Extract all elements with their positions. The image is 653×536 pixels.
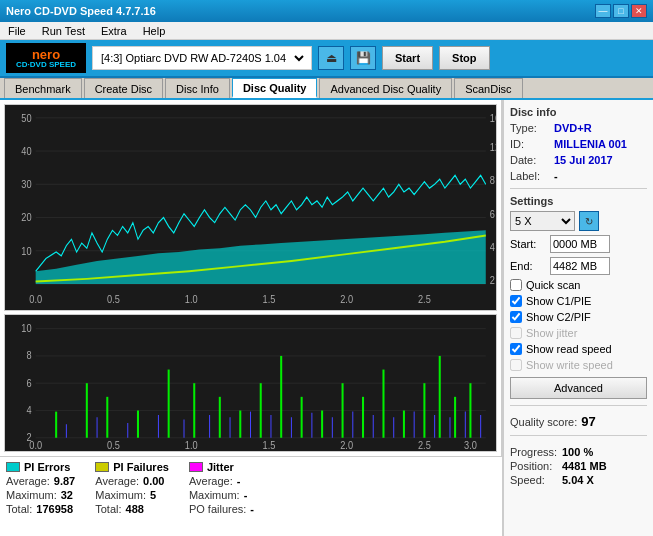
show-c2pif-label: Show C2/PIF	[526, 311, 591, 323]
tab-disc-info[interactable]: Disc Info	[165, 78, 230, 98]
svg-text:40: 40	[21, 145, 31, 157]
pi-errors-legend: PI Errors Average: 9.87 Maximum: 32 Tota…	[6, 461, 75, 532]
tab-benchmark[interactable]: Benchmark	[4, 78, 82, 98]
svg-text:2.5: 2.5	[418, 293, 431, 305]
maximize-button[interactable]: □	[613, 4, 629, 18]
svg-text:6: 6	[26, 377, 31, 389]
svg-text:16: 16	[490, 112, 496, 124]
start-label: Start:	[510, 238, 546, 250]
show-c1pie-label: Show C1/PIE	[526, 295, 591, 307]
po-failures-value: -	[250, 503, 254, 515]
end-input[interactable]	[550, 257, 610, 275]
show-read-speed-checkbox[interactable]	[510, 343, 522, 355]
start-input[interactable]	[550, 235, 610, 253]
svg-text:8: 8	[490, 174, 495, 186]
start-button[interactable]: Start	[382, 46, 433, 70]
divider-3	[510, 435, 647, 436]
svg-text:10: 10	[21, 245, 31, 257]
svg-text:0.5: 0.5	[107, 439, 120, 451]
date-value: 15 Jul 2017	[554, 154, 613, 166]
position-row: Position: 4481 MB	[510, 460, 647, 472]
end-row: End:	[510, 257, 647, 275]
jitter-legend: Jitter Average: - Maximum: - PO failures…	[189, 461, 254, 532]
drive-select-input[interactable]: [4:3] Optiarc DVD RW AD-7240S 1.04	[97, 51, 307, 65]
menu-run-test[interactable]: Run Test	[38, 24, 89, 38]
chart-area: 50 40 30 20 10 16 12 8 6 4 2 0.0 0.5 1.0	[0, 100, 502, 456]
speed-value: 5.04 X	[562, 474, 594, 486]
minimize-button[interactable]: —	[595, 4, 611, 18]
menu-file[interactable]: File	[4, 24, 30, 38]
pi-errors-max-value: 32	[61, 489, 73, 501]
type-label: Type:	[510, 122, 552, 134]
tab-create-disc[interactable]: Create Disc	[84, 78, 163, 98]
speed-row: 5 X ↻	[510, 211, 647, 231]
quality-row: Quality score: 97	[510, 414, 647, 429]
disc-id-row: ID: MILLENIA 001	[510, 138, 647, 150]
show-c1pie-checkbox[interactable]	[510, 295, 522, 307]
svg-text:0.5: 0.5	[107, 293, 120, 305]
pi-failures-title: PI Failures	[113, 461, 169, 473]
svg-text:3.0: 3.0	[464, 439, 477, 451]
svg-text:1.5: 1.5	[263, 293, 276, 305]
jitter-avg-label: Average:	[189, 475, 233, 487]
close-button[interactable]: ✕	[631, 4, 647, 18]
progress-section: Progress: 100 % Position: 4481 MB Speed:…	[510, 446, 647, 486]
svg-text:2: 2	[490, 274, 495, 286]
show-c1pie-row: Show C1/PIE	[510, 295, 647, 307]
menu-help[interactable]: Help	[139, 24, 170, 38]
eject-button[interactable]: ⏏	[318, 46, 344, 70]
nero-logo-text: nero	[32, 48, 60, 61]
pi-failures-max-label: Maximum:	[95, 489, 146, 501]
stop-button[interactable]: Stop	[439, 46, 489, 70]
svg-text:1.5: 1.5	[263, 439, 276, 451]
speed-select[interactable]: 5 X	[510, 211, 575, 231]
progress-row: Progress: 100 %	[510, 446, 647, 458]
svg-text:0.0: 0.0	[29, 439, 42, 451]
show-write-speed-row: Show write speed	[510, 359, 647, 371]
settings-title: Settings	[510, 195, 647, 207]
show-c2pif-row: Show C2/PIF	[510, 311, 647, 323]
refresh-button[interactable]: ↻	[579, 211, 599, 231]
bottom-chart: 10 8 6 4 2 0.0 0.5 1.0 1.5 2.0 2.5 3.0	[4, 314, 497, 452]
svg-text:6: 6	[490, 208, 495, 220]
id-value: MILLENIA 001	[554, 138, 627, 150]
advanced-button[interactable]: Advanced	[510, 377, 647, 399]
pi-errors-avg-label: Average:	[6, 475, 50, 487]
svg-text:4: 4	[26, 404, 32, 416]
top-chart: 50 40 30 20 10 16 12 8 6 4 2 0.0 0.5 1.0	[4, 104, 497, 311]
show-c2pif-checkbox[interactable]	[510, 311, 522, 323]
jitter-avg-value: -	[237, 475, 241, 487]
jitter-color	[189, 462, 203, 472]
disc-date-row: Date: 15 Jul 2017	[510, 154, 647, 166]
menu-extra[interactable]: Extra	[97, 24, 131, 38]
disc-info-title: Disc info	[510, 106, 647, 118]
menu-bar: File Run Test Extra Help	[0, 22, 653, 40]
pi-failures-avg-label: Average:	[95, 475, 139, 487]
window-controls: — □ ✕	[595, 4, 647, 18]
toolbar: nero CD·DVD SPEED [4:3] Optiarc DVD RW A…	[0, 40, 653, 78]
svg-text:0.0: 0.0	[29, 293, 42, 305]
svg-text:2.0: 2.0	[340, 439, 353, 451]
pi-errors-total-label: Total:	[6, 503, 32, 515]
jitter-max-label: Maximum:	[189, 489, 240, 501]
jitter-max-value: -	[244, 489, 248, 501]
start-row: Start:	[510, 235, 647, 253]
tab-disc-quality[interactable]: Disc Quality	[232, 78, 318, 98]
quick-scan-row: Quick scan	[510, 279, 647, 291]
tab-scan-disc[interactable]: ScanDisc	[454, 78, 522, 98]
disc-label-row: Label: -	[510, 170, 647, 182]
drive-dropdown[interactable]: [4:3] Optiarc DVD RW AD-7240S 1.04	[92, 46, 312, 70]
progress-value: 100 %	[562, 446, 593, 458]
svg-text:8: 8	[26, 349, 31, 361]
title-bar: Nero CD-DVD Speed 4.7.7.16 — □ ✕	[0, 0, 653, 22]
window-title: Nero CD-DVD Speed 4.7.7.16	[6, 5, 156, 17]
nero-logo: nero CD·DVD SPEED	[6, 43, 86, 73]
show-write-speed-checkbox[interactable]	[510, 359, 522, 371]
quick-scan-checkbox[interactable]	[510, 279, 522, 291]
pi-errors-title: PI Errors	[24, 461, 70, 473]
svg-text:10: 10	[21, 322, 32, 334]
quick-scan-label: Quick scan	[526, 279, 580, 291]
show-jitter-checkbox[interactable]	[510, 327, 522, 339]
save-button[interactable]: 💾	[350, 46, 376, 70]
tab-advanced-disc-quality[interactable]: Advanced Disc Quality	[319, 78, 452, 98]
